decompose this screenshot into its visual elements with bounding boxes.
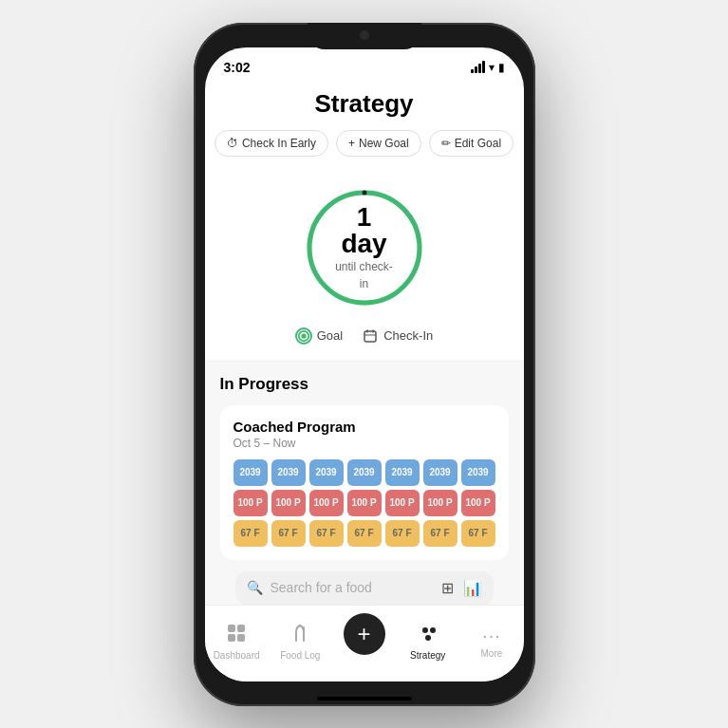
grid-cell: 2039 — [271, 459, 306, 486]
grid-cell: 2039 — [461, 459, 495, 486]
nav-dashboard-label: Dashboard — [214, 650, 260, 661]
grid-cell: 100 P — [385, 490, 420, 516]
status-time: 3:02 — [224, 60, 251, 75]
svg-rect-12 — [237, 634, 245, 642]
legend-checkin: Check-In — [362, 327, 433, 345]
svg-point-4 — [301, 333, 306, 338]
scroll-content: Strategy ⏱ Check In Early + New Goal ✏ E… — [205, 82, 524, 605]
action-buttons-row: ⏱ Check In Early + New Goal ✏ Edit Goal — [205, 130, 524, 172]
strategy-icon — [418, 623, 439, 648]
svg-point-13 — [422, 627, 428, 633]
nav-more[interactable]: ··· More — [459, 625, 523, 659]
food-log-icon — [289, 623, 310, 648]
check-in-early-button[interactable]: ⏱ Check In Early — [215, 130, 328, 157]
grid-row-red: 100 P 100 P 100 P 100 P 100 P 100 P 100 … — [233, 490, 495, 516]
nav-strategy[interactable]: Strategy — [396, 623, 459, 661]
grid-cell: 100 P — [347, 490, 382, 516]
grid-cell: 67 F — [347, 520, 382, 547]
search-bar[interactable]: 🔍 Search for a food ⊞ 📊 — [235, 571, 494, 605]
grid-cell: 100 P — [233, 490, 268, 516]
chart-icon[interactable]: 📊 — [463, 579, 482, 597]
nav-food-log-label: Food Log — [280, 650, 320, 661]
camera — [360, 30, 369, 40]
svg-rect-10 — [237, 625, 245, 632]
legend-goal: Goal — [295, 327, 343, 345]
grid-cell: 67 F — [233, 520, 268, 547]
page-title: Strategy — [205, 82, 524, 130]
grid-cell: 100 P — [309, 490, 344, 516]
program-name: Coached Program — [233, 419, 495, 435]
grid-cell: 67 F — [309, 520, 344, 547]
nav-food-log[interactable]: Food Log — [269, 623, 332, 661]
status-bar: 3:02 ▾ ▮ — [205, 47, 524, 82]
more-icon: ··· — [482, 625, 501, 646]
ring-center: 1 day until check-in — [331, 204, 398, 291]
dashboard-icon — [226, 623, 247, 648]
grid-cell: 2039 — [423, 459, 457, 486]
legend-row: Goal Check-In — [295, 327, 434, 345]
signal-icon — [471, 61, 485, 73]
nav-dashboard[interactable]: Dashboard — [205, 623, 269, 661]
plus-icon: + — [348, 137, 355, 150]
search-actions: ⊞ 📊 — [441, 579, 482, 597]
search-placeholder: Search for a food — [271, 580, 434, 595]
grid-cell: 100 P — [271, 490, 306, 516]
svg-point-15 — [425, 635, 431, 641]
barcode-icon[interactable]: ⊞ — [441, 579, 454, 597]
progress-ring: 1 day until check-in — [298, 181, 431, 314]
grid-cell: 67 F — [271, 520, 306, 547]
grid-cell: 2039 — [385, 459, 420, 486]
countdown-subtitle: until check-in — [335, 260, 393, 290]
program-grid: 2039 2039 2039 2039 2039 2039 2039 100 P… — [233, 459, 495, 547]
wifi-icon: ▾ — [489, 61, 495, 74]
svg-point-14 — [430, 627, 436, 633]
grid-cell: 100 P — [461, 490, 495, 516]
add-icon: + — [357, 623, 370, 645]
status-icons: ▾ ▮ — [471, 61, 505, 74]
pencil-icon: ✏ — [441, 137, 451, 150]
clock-icon: ⏱ — [227, 137, 238, 150]
program-card: Coached Program Oct 5 – Now 2039 2039 20… — [220, 405, 509, 560]
legend-checkin-label: Check-In — [383, 328, 433, 343]
goal-icon — [295, 327, 312, 345]
battery-icon: ▮ — [498, 61, 505, 74]
grid-cell: 2039 — [309, 459, 344, 486]
nav-strategy-label: Strategy — [410, 650, 445, 661]
grid-cell: 100 P — [423, 490, 457, 516]
grid-cell: 67 F — [461, 520, 495, 547]
add-button[interactable]: + — [344, 613, 385, 655]
calendar-icon — [362, 327, 379, 345]
svg-rect-11 — [228, 634, 235, 642]
program-dates: Oct 5 – Now — [233, 437, 495, 450]
new-goal-button[interactable]: + New Goal — [336, 130, 421, 157]
svg-rect-9 — [228, 625, 235, 632]
nav-add[interactable]: + — [332, 613, 396, 670]
legend-goal-label: Goal — [317, 328, 343, 343]
grid-cell: 67 F — [385, 520, 420, 547]
home-indicator — [317, 697, 412, 700]
phone-frame: 3:02 ▾ ▮ Strategy ⏱ Check In Early — [194, 23, 535, 706]
search-icon: 🔍 — [247, 580, 263, 595]
edit-goal-button[interactable]: ✏ Edit Goal — [429, 130, 513, 157]
countdown-number: 1 day — [331, 204, 398, 257]
svg-rect-5 — [364, 331, 376, 342]
grid-cell: 67 F — [423, 520, 457, 547]
notch — [308, 23, 421, 49]
nav-more-label: More — [481, 648, 503, 659]
phone-screen: 3:02 ▾ ▮ Strategy ⏱ Check In Early — [205, 47, 524, 681]
bottom-nav: Dashboard Food Log + — [205, 605, 524, 681]
grid-row-yellow: 67 F 67 F 67 F 67 F 67 F 67 F 67 F — [233, 520, 495, 547]
in-progress-title: In Progress — [220, 375, 509, 394]
grid-row-blue: 2039 2039 2039 2039 2039 2039 2039 — [233, 459, 495, 486]
grid-cell: 2039 — [347, 459, 382, 486]
grid-cell: 2039 — [233, 459, 268, 486]
progress-circle-section: 1 day until check-in Goal — [205, 172, 524, 360]
in-progress-section: In Progress Coached Program Oct 5 – Now … — [205, 360, 524, 605]
